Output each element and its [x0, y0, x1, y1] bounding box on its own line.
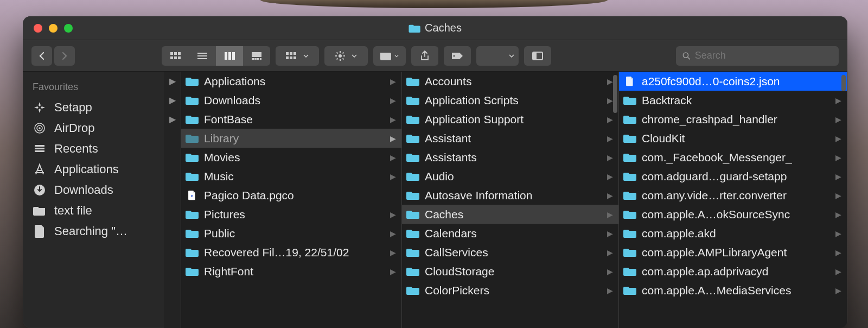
file-row[interactable]: Music▶ — [181, 167, 401, 186]
svg-rect-19 — [293, 52, 296, 55]
file-label: com.apple.AMPLibraryAgent — [642, 246, 830, 259]
folder-icon — [33, 204, 47, 218]
file-label: CloudKit — [642, 132, 830, 145]
chevron-right-icon: ▶ — [607, 115, 613, 124]
icon-view-button[interactable] — [162, 46, 189, 66]
sidebar-item-text-file[interactable]: text file — [23, 200, 164, 221]
file-row[interactable]: com._Facebook_Messenger_▶ — [619, 148, 847, 167]
file-row[interactable]: com.apple.AMPLibraryAgent▶ — [619, 243, 847, 262]
svg-rect-47 — [35, 150, 44, 152]
svg-line-37 — [688, 57, 690, 59]
sidebar-item-searching-[interactable]: Searching "… — [23, 221, 164, 242]
sidebar-item-recents[interactable]: Recents — [23, 138, 164, 159]
svg-rect-21 — [290, 56, 292, 59]
file-row[interactable]: com.apple.akd▶ — [619, 224, 847, 243]
file-row[interactable]: com.apple.ap.adprivacyd▶ — [619, 262, 847, 281]
file-row[interactable]: Caches▶ — [402, 205, 618, 224]
chevron-right-icon: ▶ — [607, 134, 613, 143]
maximize-button[interactable] — [64, 24, 73, 33]
svg-rect-22 — [293, 56, 296, 59]
action-button[interactable] — [324, 46, 368, 66]
file-label: Downloads — [204, 94, 385, 107]
file-row[interactable]: com.any.vide…rter.converter▶ — [619, 186, 847, 205]
chevron-right-icon: ▶ — [607, 229, 613, 238]
window-body: Favourites SetappAirDropRecentsApplicati… — [23, 72, 847, 328]
file-row[interactable]: a250fc900d…0-coins2.json — [619, 72, 847, 91]
quicklook-button[interactable] — [524, 46, 551, 66]
file-row[interactable]: Recovered Fil…19, 22/51/02▶ — [181, 243, 401, 262]
svg-marker-38 — [39, 102, 41, 106]
file-row[interactable]: Public▶ — [181, 224, 401, 243]
file-row[interactable]: Application Support▶ — [402, 110, 618, 129]
scroll-thumb[interactable] — [841, 75, 846, 91]
search-field[interactable] — [676, 46, 839, 66]
chevron-right-icon: ▶ — [390, 229, 396, 238]
file-row[interactable]: CallServices▶ — [402, 243, 618, 262]
file-row[interactable]: Movies▶ — [181, 148, 401, 167]
file-label: Applications — [204, 75, 385, 88]
chevron-right-icon: ▶ — [607, 96, 613, 105]
share-button[interactable] — [411, 46, 438, 66]
toolbar — [23, 40, 847, 72]
disclosure-triangle[interactable]: ▶ — [164, 110, 181, 129]
file-label: CallServices — [425, 246, 602, 259]
close-button[interactable] — [34, 24, 42, 33]
file-row[interactable]: Application Scripts▶ — [402, 91, 618, 110]
file-row[interactable]: Assistants▶ — [402, 148, 618, 167]
scrollbar[interactable] — [613, 74, 617, 326]
file-row[interactable]: Autosave Information▶ — [402, 186, 618, 205]
window-title-text: Caches — [425, 22, 462, 34]
scroll-thumb[interactable] — [613, 75, 617, 113]
search-input[interactable] — [695, 50, 832, 61]
view-mode-segment — [162, 46, 270, 66]
dropdown-button[interactable] — [476, 46, 519, 66]
back-button[interactable] — [31, 46, 52, 66]
file-label: Recovered Fil…19, 22/51/02 — [204, 246, 385, 259]
tags-button[interactable] — [444, 46, 471, 66]
file-row[interactable]: ColorPickers▶ — [402, 281, 618, 300]
svg-rect-20 — [286, 56, 289, 59]
file-row[interactable]: chrome_crashpad_handler▶ — [619, 110, 847, 129]
arrange-button[interactable] — [276, 46, 319, 66]
sidebar-item-label: Applications — [54, 162, 119, 176]
new-folder-button[interactable] — [373, 46, 406, 66]
chevron-right-icon: ▶ — [390, 153, 396, 162]
file-row[interactable]: Downloads▶ — [181, 91, 401, 110]
file-row[interactable]: com.adguard…guard-setapp▶ — [619, 167, 847, 186]
minimize-button[interactable] — [49, 24, 58, 33]
file-row[interactable]: Backtrack▶ — [619, 91, 847, 110]
chevron-right-icon: ▶ — [390, 267, 396, 276]
sidebar-item-airdrop[interactable]: AirDrop — [23, 118, 164, 138]
sidebar-item-applications[interactable]: Applications — [23, 159, 164, 180]
file-label: Movies — [204, 151, 385, 164]
gallery-view-button[interactable] — [243, 46, 270, 66]
column-view-button[interactable] — [216, 46, 243, 66]
scrollbar[interactable] — [841, 74, 846, 326]
disclosure-triangle[interactable]: ▶ — [164, 91, 181, 110]
file-row[interactable]: com.apple.A…okSourceSync▶ — [619, 205, 847, 224]
sidebar-item-label: text file — [54, 204, 92, 218]
file-label: com._Facebook_Messenger_ — [642, 151, 830, 164]
file-label: Music — [204, 170, 385, 183]
column-2: Accounts▶Application Scripts▶Application… — [402, 72, 619, 328]
list-view-button[interactable] — [189, 46, 216, 66]
file-row[interactable]: FontBase▶ — [181, 110, 401, 129]
svg-rect-7 — [197, 55, 207, 56]
file-row[interactable]: Accounts▶ — [402, 72, 618, 91]
sidebar-item-setapp[interactable]: Setapp — [23, 97, 164, 118]
file-row[interactable]: PPagico Data.pgco — [181, 186, 401, 205]
file-label: com.apple.A…MediaServices — [642, 284, 830, 297]
file-row[interactable]: CloudKit▶ — [619, 129, 847, 148]
file-row[interactable]: Audio▶ — [402, 167, 618, 186]
forward-button[interactable] — [54, 46, 75, 66]
file-row[interactable]: Assistant▶ — [402, 129, 618, 148]
file-row[interactable]: RightFont▶ — [181, 262, 401, 281]
disclosure-triangle[interactable]: ▶ — [164, 72, 181, 91]
file-row[interactable]: Applications▶ — [181, 72, 401, 91]
file-row[interactable]: com.apple.A…MediaServices▶ — [619, 281, 847, 300]
file-row[interactable]: Library▶ — [181, 129, 401, 148]
file-row[interactable]: CloudStorage▶ — [402, 262, 618, 281]
file-row[interactable]: Calendars▶ — [402, 224, 618, 243]
file-row[interactable]: Pictures▶ — [181, 205, 401, 224]
sidebar-item-downloads[interactable]: Downloads — [23, 180, 164, 200]
